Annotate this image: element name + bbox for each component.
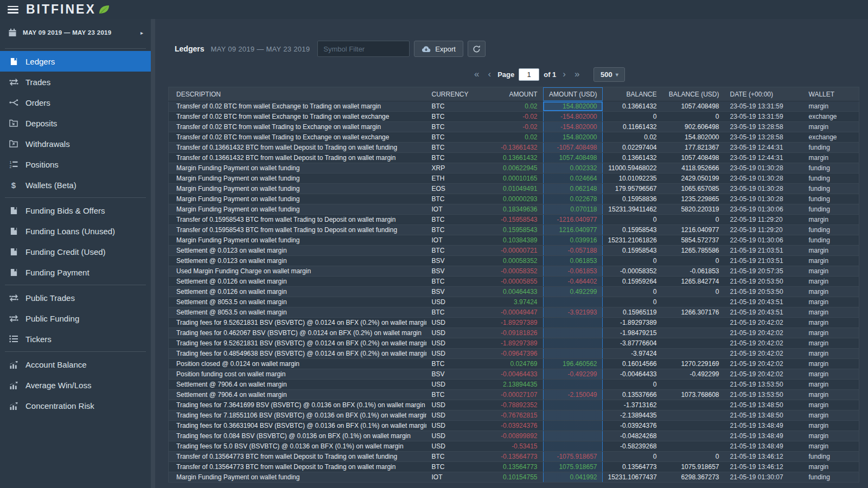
cell-currency[interactable]: BTC — [426, 462, 478, 472]
cell-currency[interactable]: USD — [426, 318, 478, 328]
cell-description[interactable]: Margin Funding Payment on wallet funding — [169, 194, 426, 204]
cell-balance-usd[interactable]: 4118.952666 — [662, 163, 725, 174]
cell-balance-usd[interactable] — [662, 431, 725, 441]
cell-date[interactable]: 21-05-19 13:48:49 — [725, 441, 803, 452]
cell-amount[interactable]: 0.18349636 — [478, 204, 543, 215]
cell-description[interactable]: Transfer of 0.02 BTC from wallet Trading… — [169, 122, 426, 132]
cell-currency[interactable]: BTC — [426, 153, 478, 163]
cell-currency[interactable]: USD — [426, 421, 478, 431]
cell-date[interactable]: 23-05-19 01:30:28 — [725, 184, 803, 194]
cell-amount[interactable]: -0.78892352 — [478, 400, 543, 410]
cell-currency[interactable]: USD — [426, 431, 478, 441]
cell-balance[interactable]: 10.01092235 — [603, 174, 662, 184]
cell-description[interactable]: Margin Funding Payment on wallet funding — [169, 235, 426, 246]
cell-amount[interactable]: -0.53415 — [478, 441, 543, 452]
cell-wallet[interactable]: margin — [803, 122, 859, 132]
cell-balance-usd[interactable]: 1075.918657 — [662, 462, 725, 472]
cell-description[interactable]: Margin Funding Payment on wallet funding — [169, 204, 426, 215]
cell-amount[interactable]: 0.13564773 — [478, 462, 543, 472]
cell-amount[interactable]: -0.13661432 — [478, 143, 543, 153]
cell-currency[interactable]: BTC — [426, 112, 478, 122]
cell-description[interactable]: Settlement @ 8053.5 on wallet margin — [169, 297, 426, 307]
cell-balance-usd[interactable]: 0 — [662, 112, 725, 122]
last-page-button[interactable]: » — [570, 67, 584, 81]
cell-balance-usd[interactable]: 1073.768608 — [662, 390, 725, 400]
sidebar-item-account-balance[interactable]: Account Balance — [0, 354, 151, 375]
cell-description[interactable]: Trading fees for 0.084 BSV (BSVBTC) @ 0.… — [169, 431, 426, 441]
cell-balance[interactable]: -0.04824268 — [603, 431, 662, 441]
column-header-amount[interactable]: AMOUNT — [478, 87, 543, 101]
cell-currency[interactable]: BTC — [426, 101, 478, 112]
column-header-currency[interactable]: CURRENCY — [426, 87, 478, 101]
cell-date[interactable]: 21-05-19 20:42:02 — [725, 359, 803, 369]
cell-balance[interactable]: 0 — [603, 297, 662, 307]
cell-amount-usd[interactable]: 196.460562 — [543, 359, 603, 369]
column-header-amount-usd[interactable]: AMOUNT (USD) — [543, 87, 603, 101]
cell-wallet[interactable]: margin — [803, 215, 859, 225]
cell-balance[interactable]: 0.15958543 — [603, 225, 662, 235]
cell-description[interactable]: Settlement @ 0.0123 on wallet margin — [169, 256, 426, 266]
cell-amount-usd[interactable] — [543, 421, 603, 431]
cell-amount-usd[interactable] — [543, 338, 603, 349]
cell-currency[interactable]: USD — [426, 297, 478, 307]
cell-amount-usd[interactable] — [543, 400, 603, 410]
cell-balance[interactable]: -3.97424 — [603, 349, 662, 359]
cell-date[interactable]: 21-05-19 13:48:50 — [725, 400, 803, 410]
next-page-button[interactable]: › — [558, 67, 570, 81]
cell-amount-usd[interactable] — [543, 297, 603, 307]
cell-balance[interactable]: -1.3713162 — [603, 400, 662, 410]
cell-amount[interactable]: 3.97424 — [478, 297, 543, 307]
cell-balance-usd[interactable]: 5854.572737 — [662, 235, 725, 246]
cell-balance-usd[interactable] — [662, 297, 725, 307]
page-size-select[interactable]: 500 ▾ — [593, 67, 625, 82]
cell-amount-usd[interactable] — [543, 318, 603, 328]
cell-balance[interactable]: -3.87776604 — [603, 338, 662, 349]
cell-balance[interactable]: -1.98479215 — [603, 328, 662, 338]
cell-balance-usd[interactable] — [662, 349, 725, 359]
cell-date[interactable]: 23-05-19 01:30:28 — [725, 163, 803, 174]
cell-currency[interactable]: BSV — [426, 266, 478, 277]
cell-wallet[interactable]: funding — [803, 225, 859, 235]
cell-date[interactable]: 23-05-19 13:31:59 — [725, 112, 803, 122]
cell-amount[interactable]: -0.76762815 — [478, 410, 543, 421]
cell-currency[interactable]: USD — [426, 338, 478, 349]
cell-amount-usd[interactable]: 154.802000 — [543, 132, 603, 143]
sidebar-item-tickers[interactable]: Tickers — [0, 329, 151, 349]
cell-description[interactable]: Transfer of 0.15958543 BTC from wallet T… — [169, 215, 426, 225]
cell-amount-usd[interactable]: 0.492299 — [543, 287, 603, 297]
cell-balance[interactable]: -1.89297389 — [603, 318, 662, 328]
cell-balance-usd[interactable] — [662, 441, 725, 452]
cell-currency[interactable]: BTC — [426, 452, 478, 462]
cell-currency[interactable]: BTC — [426, 132, 478, 143]
sidebar-item-trades[interactable]: Trades — [0, 72, 151, 92]
cell-date[interactable]: 22-05-19 11:29:20 — [725, 225, 803, 235]
cell-amount-usd[interactable]: -2.150049 — [543, 390, 603, 400]
cell-balance-usd[interactable]: 1057.408498 — [662, 153, 725, 163]
cell-balance-usd[interactable]: -0.061853 — [662, 266, 725, 277]
cell-description[interactable]: Trading fees for 5.0 BSV (BSVBTC) @ 0.01… — [169, 441, 426, 452]
cell-amount-usd[interactable] — [543, 410, 603, 421]
cell-amount[interactable]: 0.00464433 — [478, 287, 543, 297]
cell-currency[interactable]: BTC — [426, 194, 478, 204]
cell-amount-usd[interactable]: 0.039916 — [543, 235, 603, 246]
date-range-selector[interactable]: MAY 09 2019 — MAY 23 2019 ▸ — [0, 19, 151, 46]
cell-description[interactable]: Settlement @ 0.0123 on wallet margin — [169, 246, 426, 256]
cell-amount[interactable]: 0.01049491 — [478, 184, 543, 194]
column-header-date[interactable]: DATE (+00:00) — [725, 87, 803, 101]
cell-balance[interactable]: 0.13661432 — [603, 153, 662, 163]
cell-amount-usd[interactable]: 0.024664 — [543, 174, 603, 184]
cell-date[interactable]: 21-05-19 13:48:50 — [725, 410, 803, 421]
cell-currency[interactable]: USD — [426, 400, 478, 410]
cell-wallet[interactable]: margin — [803, 328, 859, 338]
cell-amount-usd[interactable]: -1075.918657 — [543, 452, 603, 462]
cell-balance[interactable]: 15231.10677437 — [603, 472, 662, 483]
symbol-filter-input[interactable] — [317, 41, 410, 57]
cell-date[interactable]: 21-05-19 21:03:51 — [725, 246, 803, 256]
cell-wallet[interactable]: margin — [803, 246, 859, 256]
cell-balance[interactable]: 0.15958836 — [603, 194, 662, 204]
cell-balance[interactable]: 0 — [603, 256, 662, 266]
cell-date[interactable]: 23-05-19 12:44:31 — [725, 143, 803, 153]
cell-amount[interactable]: -1.89297389 — [478, 318, 543, 328]
cell-date[interactable]: 23-05-19 01:30:28 — [725, 194, 803, 204]
cell-balance[interactable]: 0 — [603, 215, 662, 225]
